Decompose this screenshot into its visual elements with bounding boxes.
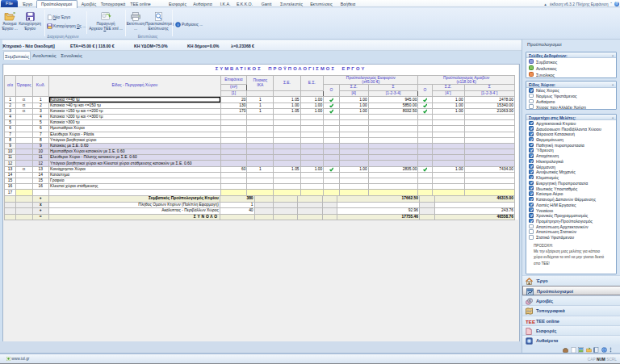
svg-text:TEE: TEE <box>526 318 535 324</box>
